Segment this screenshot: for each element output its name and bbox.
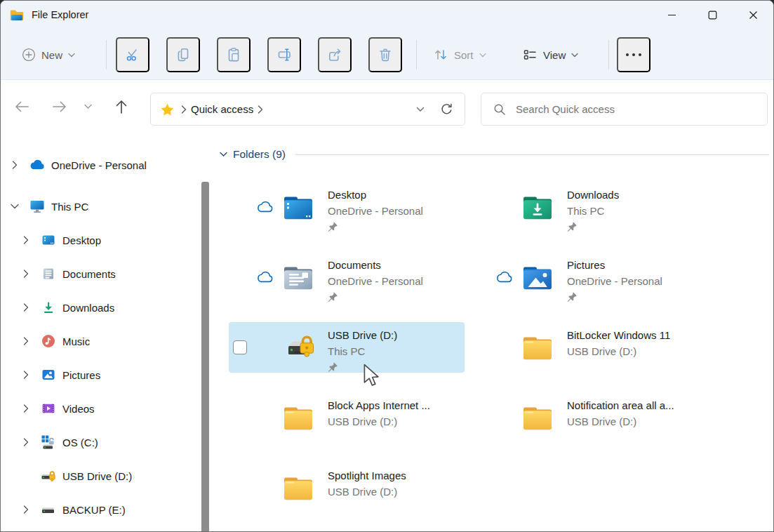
- chevron-down-icon: [68, 53, 75, 58]
- onedrive-cloud-icon: [29, 157, 46, 173]
- tile-block-apps-internet[interactable]: Block Apps Internet ... USB Drive (D:): [229, 392, 465, 443]
- documents-icon: [40, 265, 57, 282]
- sort-icon: [433, 47, 448, 62]
- tile-spotlight-images[interactable]: Spotlight Images USB Drive (D:): [229, 463, 465, 513]
- sort-button-label: Sort: [454, 49, 474, 61]
- chevron-right-icon[interactable]: [20, 404, 32, 413]
- tile-title: Desktop: [328, 187, 423, 203]
- chevron-right-icon[interactable]: [9, 161, 20, 169]
- os-drive-icon: [40, 434, 57, 451]
- see-more-button[interactable]: [617, 37, 650, 72]
- chevron-down-icon: [571, 53, 578, 58]
- view-button-label: View: [543, 49, 566, 61]
- pictures-folder-icon: [521, 260, 554, 294]
- address-dropdown-icon[interactable]: [416, 107, 425, 112]
- desktop-icon: [40, 232, 57, 248]
- titlebar[interactable]: File Explorer: [1, 1, 773, 29]
- sidebar-item-downloads[interactable]: Downloads: [1, 291, 211, 324]
- documents-folder-icon: [281, 260, 315, 294]
- tile-desktop[interactable]: Desktop OneDrive - Personal: [229, 182, 465, 232]
- copy-button[interactable]: [166, 37, 200, 72]
- tile-title: USB Drive (D:): [328, 328, 397, 343]
- pinned-icon: [328, 361, 338, 372]
- sidebar-item-videos[interactable]: Videos: [1, 392, 211, 425]
- sidebar-item-usb-drive-d[interactable]: USB Drive (D:): [1, 459, 211, 493]
- sidebar-item-label: BACKUP (E:): [62, 504, 126, 516]
- downloads-folder-icon: [521, 190, 554, 224]
- share-button[interactable]: [318, 37, 352, 72]
- sidebar-item-label: Music: [62, 335, 90, 347]
- sidebar-item-this-pc[interactable]: This PC: [1, 189, 211, 223]
- paste-icon: [225, 46, 242, 63]
- cut-icon: [124, 46, 141, 63]
- sidebar-item-label: Videos: [62, 403, 95, 415]
- tile-documents[interactable]: Documents OneDrive - Personal: [229, 252, 465, 302]
- tile-usb-drive-d[interactable]: USB Drive (D:) This PC: [229, 322, 465, 373]
- sort-button[interactable]: Sort: [427, 37, 492, 72]
- sidebar-item-music[interactable]: Music: [1, 324, 211, 358]
- back-button[interactable]: [6, 91, 37, 123]
- chevron-right-icon[interactable]: [20, 438, 32, 446]
- tile-pictures[interactable]: Pictures OneDrive - Personal: [468, 252, 704, 302]
- sidebar-item-os-c[interactable]: OS (C:): [1, 425, 211, 459]
- this-pc-icon: [29, 198, 46, 215]
- file-explorer-app-icon: [9, 7, 25, 22]
- address-bar[interactable]: Quick access: [150, 93, 465, 126]
- breadcrumb-quick-access[interactable]: Quick access: [191, 103, 253, 115]
- tile-downloads[interactable]: Downloads This PC: [468, 182, 704, 232]
- chevron-right-icon[interactable]: [20, 236, 32, 244]
- up-button[interactable]: [106, 91, 137, 123]
- chevron-right-icon[interactable]: [20, 270, 32, 278]
- backup-drive-icon: [40, 501, 57, 518]
- sidebar-item-backup-e[interactable]: BACKUP (E:): [1, 493, 211, 526]
- sidebar-item-label: This PC: [51, 201, 88, 213]
- delete-icon: [377, 46, 394, 63]
- folder-icon: [281, 471, 315, 505]
- forward-button[interactable]: [44, 91, 75, 123]
- delete-button[interactable]: [368, 37, 402, 72]
- sidebar-group-gap: [1, 182, 211, 189]
- rename-button[interactable]: [267, 37, 301, 72]
- sidebar-item-label: OneDrive - Personal: [51, 159, 147, 171]
- maximize-button[interactable]: [692, 1, 733, 29]
- tile-location: USB Drive (D:): [328, 413, 430, 430]
- selection-checkbox[interactable]: [233, 340, 247, 354]
- recent-locations-button[interactable]: [75, 91, 100, 123]
- sidebar-item-documents[interactable]: Documents: [1, 257, 211, 291]
- sidebar-item-desktop[interactable]: Desktop: [1, 223, 211, 257]
- view-button[interactable]: View: [516, 37, 584, 72]
- new-button[interactable]: New: [16, 37, 81, 72]
- tile-location: USB Drive (D:): [567, 343, 670, 360]
- mouse-cursor: [363, 364, 380, 386]
- cut-button[interactable]: [116, 37, 149, 72]
- see-more-icon: [626, 53, 641, 56]
- minimize-button[interactable]: [651, 1, 692, 29]
- sidebar-scrollbar-thumb[interactable]: [201, 182, 209, 532]
- plus-circle-icon: [22, 48, 36, 62]
- refresh-icon[interactable]: [440, 102, 453, 116]
- chevron-right-icon[interactable]: [20, 505, 32, 514]
- command-toolbar: New: [1, 32, 773, 78]
- search-input[interactable]: [516, 103, 726, 115]
- folders-group-header[interactable]: Folders (9): [220, 144, 769, 165]
- tile-location: USB Drive (D:): [328, 484, 406, 500]
- chevron-right-icon[interactable]: [20, 337, 32, 345]
- chevron-expanded-icon[interactable]: [11, 201, 19, 212]
- folder-icon: [521, 401, 554, 434]
- pinned-icon: [567, 291, 578, 302]
- sidebar-item-onedrive[interactable]: OneDrive - Personal: [1, 148, 211, 182]
- tile-bitlocker-windows-11[interactable]: BitLocker Windows 11 USB Drive (D:): [468, 322, 704, 373]
- pinned-icon: [328, 221, 338, 232]
- tile-notification-area[interactable]: Notification area all a... USB Drive (D:…: [468, 392, 704, 443]
- chevron-right-icon[interactable]: [20, 371, 32, 379]
- search-box[interactable]: [481, 93, 768, 126]
- paste-button[interactable]: [217, 37, 251, 72]
- chevron-right-icon[interactable]: [20, 303, 32, 312]
- toolbar-separator: [608, 40, 609, 69]
- close-button[interactable]: [733, 1, 773, 29]
- file-explorer-window: File Explorer New: [0, 0, 774, 532]
- sidebar-item-pictures[interactable]: Pictures: [1, 358, 211, 392]
- group-collapse-chevron-icon[interactable]: [220, 152, 227, 157]
- sidebar-item-label: USB Drive (D:): [62, 470, 132, 482]
- tile-title: BitLocker Windows 11: [567, 328, 670, 343]
